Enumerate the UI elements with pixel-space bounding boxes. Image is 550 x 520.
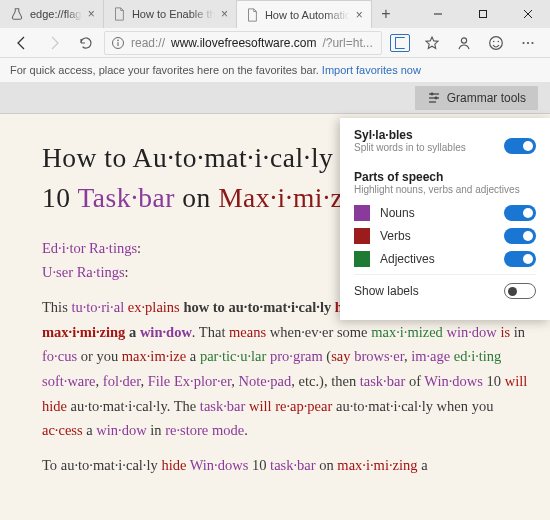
svg-point-10 bbox=[498, 40, 500, 42]
feedback-button[interactable] bbox=[482, 29, 510, 57]
pos-title: Parts of speech bbox=[354, 170, 536, 184]
svg-point-7 bbox=[461, 37, 466, 42]
user-ratings-link[interactable]: U·ser Ra·tings bbox=[42, 264, 125, 280]
show-labels-label: Show labels bbox=[354, 284, 494, 298]
favorites-bar-text: For quick access, place your favorites h… bbox=[10, 64, 319, 76]
refresh-button[interactable] bbox=[72, 29, 100, 57]
maximize-button[interactable] bbox=[460, 0, 505, 28]
url-scheme: read:// bbox=[131, 36, 165, 50]
syllables-title: Syl·la·bles bbox=[354, 128, 494, 142]
adjectives-toggle[interactable] bbox=[504, 251, 536, 267]
url-rest: /?url=ht... bbox=[322, 36, 372, 50]
svg-rect-1 bbox=[479, 11, 486, 18]
tab-howto-enable[interactable]: How to Enable the × bbox=[104, 0, 237, 28]
url-host: www.ilovefreesoftware.com bbox=[171, 36, 316, 50]
verbs-toggle[interactable] bbox=[504, 228, 536, 244]
grammar-tools-button[interactable]: Grammar tools bbox=[415, 86, 538, 110]
close-icon[interactable]: × bbox=[221, 7, 228, 21]
svg-point-18 bbox=[434, 96, 437, 99]
tab-label: edge://flags bbox=[30, 8, 82, 20]
new-tab-button[interactable]: + bbox=[372, 0, 400, 28]
svg-point-5 bbox=[117, 39, 119, 41]
adj-swatch bbox=[354, 251, 370, 267]
forward-button[interactable] bbox=[40, 29, 68, 57]
reading-view-icon bbox=[390, 34, 410, 52]
article-body-2: To au·to·mat·i·cal·ly hide Win·dows 10 t… bbox=[42, 453, 536, 478]
tab-label: How to Automatica bbox=[265, 9, 350, 21]
flask-icon bbox=[10, 7, 24, 21]
toolbar: read://www.ilovefreesoftware.com/?url=ht… bbox=[0, 28, 550, 58]
address-bar[interactable]: read://www.ilovefreesoftware.com/?url=ht… bbox=[104, 31, 382, 55]
tab-howto-auto[interactable]: How to Automatica × bbox=[237, 0, 372, 28]
reader-toolbar: Grammar tools bbox=[0, 82, 550, 114]
verbs-label: Verbs bbox=[380, 229, 494, 243]
back-button[interactable] bbox=[8, 29, 36, 57]
close-icon[interactable]: × bbox=[356, 8, 363, 22]
info-icon bbox=[111, 36, 125, 50]
pos-sub: Highlight nouns, verbs and adjectives bbox=[354, 184, 536, 195]
profile-button[interactable] bbox=[450, 29, 478, 57]
reading-view-button[interactable] bbox=[386, 29, 414, 57]
window-controls bbox=[415, 0, 550, 28]
close-button[interactable] bbox=[505, 0, 550, 28]
editor-ratings-link[interactable]: Ed·i·tor Ra·tings bbox=[42, 240, 137, 256]
import-favorites-link[interactable]: Import favorites now bbox=[322, 64, 421, 76]
grammar-icon bbox=[427, 92, 441, 104]
syllables-sub: Split words in to syllables bbox=[354, 142, 494, 153]
favorite-button[interactable] bbox=[418, 29, 446, 57]
svg-point-9 bbox=[493, 40, 495, 42]
syllables-toggle[interactable] bbox=[504, 138, 536, 154]
grammar-tools-label: Grammar tools bbox=[447, 91, 526, 105]
more-button[interactable] bbox=[514, 29, 542, 57]
page-icon bbox=[112, 7, 126, 21]
svg-point-13 bbox=[531, 41, 533, 43]
adjectives-label: Adjectives bbox=[380, 252, 494, 266]
page-icon bbox=[245, 8, 259, 22]
tab-label: How to Enable the bbox=[132, 8, 215, 20]
noun-swatch bbox=[354, 205, 370, 221]
favorites-bar: For quick access, place your favorites h… bbox=[0, 58, 550, 82]
close-icon[interactable]: × bbox=[88, 7, 95, 21]
grammar-tools-panel: Syl·la·bles Split words in to syllables … bbox=[340, 118, 550, 320]
nouns-toggle[interactable] bbox=[504, 205, 536, 221]
verb-swatch bbox=[354, 228, 370, 244]
minimize-button[interactable] bbox=[415, 0, 460, 28]
svg-point-11 bbox=[522, 41, 524, 43]
svg-point-12 bbox=[527, 41, 529, 43]
nouns-label: Nouns bbox=[380, 206, 494, 220]
svg-rect-6 bbox=[117, 42, 118, 46]
tab-flags[interactable]: edge://flags × bbox=[2, 0, 104, 28]
svg-point-17 bbox=[430, 92, 433, 95]
show-labels-toggle[interactable] bbox=[504, 283, 536, 299]
